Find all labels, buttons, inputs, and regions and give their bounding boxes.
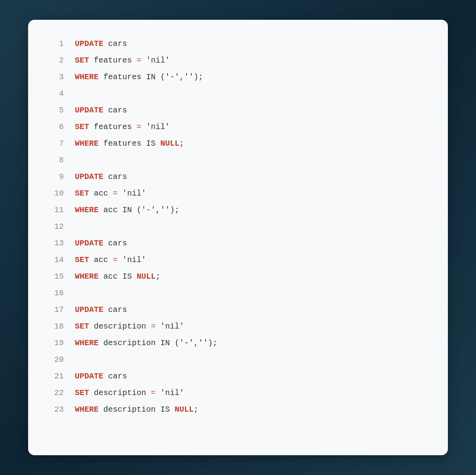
line-number: 14 [48,254,64,266]
line-number: 21 [48,370,64,383]
token-kw-set: SET [75,56,89,65]
code-line: 9UPDATE cars [48,169,428,185]
code-line: 5UPDATE cars [48,102,428,119]
token-plain: description IN ('-',''); [99,338,217,348]
line-number: 7 [48,137,64,150]
line-number: 1 [48,38,64,50]
line-number: 17 [48,304,64,316]
token-kw-null: NULL [160,139,179,148]
token-kw-update: UPDATE [75,106,103,115]
token-plain: 'nil' [141,122,170,131]
token-plain: description [89,322,151,331]
token-plain: cars [103,239,127,248]
code-content [75,154,80,167]
token-op-eq: = [151,388,156,397]
line-number: 20 [48,353,64,366]
token-plain: acc IS [99,272,137,281]
code-line: 6SET features = 'nil' [48,119,428,135]
code-content: SET acc = 'nil' [75,254,146,266]
code-content: WHERE description IN ('-',''); [75,337,217,350]
token-op-eq: = [137,56,141,65]
code-line: 2SET features = 'nil' [48,52,428,69]
token-kw-set: SET [75,255,89,264]
token-op-eq: = [137,122,141,131]
line-number: 19 [48,337,64,350]
code-line: 21UPDATE cars [48,368,428,385]
code-card: 1UPDATE cars2SET features = 'nil'3WHERE … [28,20,448,455]
line-number: 10 [48,187,64,200]
token-kw-update: UPDATE [75,172,103,181]
code-content: UPDATE cars [75,38,127,50]
token-kw-update: UPDATE [75,39,103,48]
token-kw-where: WHERE [75,405,99,414]
token-plain: cars [103,172,127,181]
code-content: SET acc = 'nil' [75,187,146,200]
token-plain: description [89,388,151,397]
line-number: 2 [48,54,64,67]
token-plain: features IS [99,139,160,148]
token-plain: 'nil' [156,388,184,397]
code-line: 3WHERE features IN ('-',''); [48,69,428,86]
code-content: UPDATE cars [75,304,127,316]
code-content [75,220,80,233]
code-line: 7WHERE features IS NULL; [48,135,428,152]
code-content [75,87,80,100]
token-plain: acc [89,255,113,264]
line-number: 15 [48,270,64,283]
token-kw-where: WHERE [75,338,99,348]
token-plain: cars [103,39,127,48]
token-plain: 'nil' [156,322,184,331]
token-plain: features [89,122,137,131]
code-line: 4 [48,86,428,102]
code-line: 12 [48,218,428,235]
code-content: SET features = 'nil' [75,54,170,67]
token-kw-where: WHERE [75,205,99,215]
line-number: 8 [48,154,64,167]
token-plain: ; [179,139,184,148]
token-op-eq: = [151,322,156,331]
code-line: 11WHERE acc IN ('-',''); [48,202,428,218]
code-line: 8 [48,152,428,169]
code-line: 13UPDATE cars [48,235,428,252]
code-line: 15WHERE acc IS NULL; [48,268,428,285]
line-number: 3 [48,71,64,84]
token-plain: acc [89,189,113,198]
line-number: 18 [48,320,64,333]
code-line: 23WHERE description IS NULL; [48,401,428,418]
code-line: 18SET description = 'nil' [48,318,428,335]
line-number: 11 [48,204,64,217]
line-number: 13 [48,237,64,250]
token-plain: 'nil' [141,56,170,65]
token-kw-set: SET [75,388,89,397]
code-content: WHERE acc IS NULL; [75,270,160,283]
token-kw-update: UPDATE [75,239,103,248]
code-content: UPDATE cars [75,370,127,383]
token-plain: cars [103,106,127,115]
token-plain: cars [103,305,127,314]
token-plain: ; [194,405,198,414]
code-content: UPDATE cars [75,171,127,183]
line-number: 12 [48,220,64,233]
line-number: 23 [48,403,64,416]
token-kw-null: NULL [175,405,194,414]
token-plain: ; [156,272,160,281]
code-line: 22SET description = 'nil' [48,385,428,401]
code-content: WHERE acc IN ('-',''); [75,204,179,217]
line-number: 6 [48,121,64,133]
code-line: 1UPDATE cars [48,36,428,52]
token-plain: description IS [99,405,175,414]
code-content: WHERE description IS NULL; [75,403,198,416]
token-plain: 'nil' [118,189,146,198]
code-content: SET description = 'nil' [75,320,184,333]
token-plain: 'nil' [118,255,146,264]
token-op-eq: = [113,189,118,198]
code-line: 17UPDATE cars [48,302,428,318]
line-number: 16 [48,287,64,300]
token-kw-null: NULL [137,272,156,281]
line-number: 22 [48,387,64,399]
token-kw-set: SET [75,189,89,198]
token-plain: cars [103,372,127,381]
code-content [75,353,80,366]
token-plain: features [89,56,137,65]
line-number: 4 [48,87,64,100]
